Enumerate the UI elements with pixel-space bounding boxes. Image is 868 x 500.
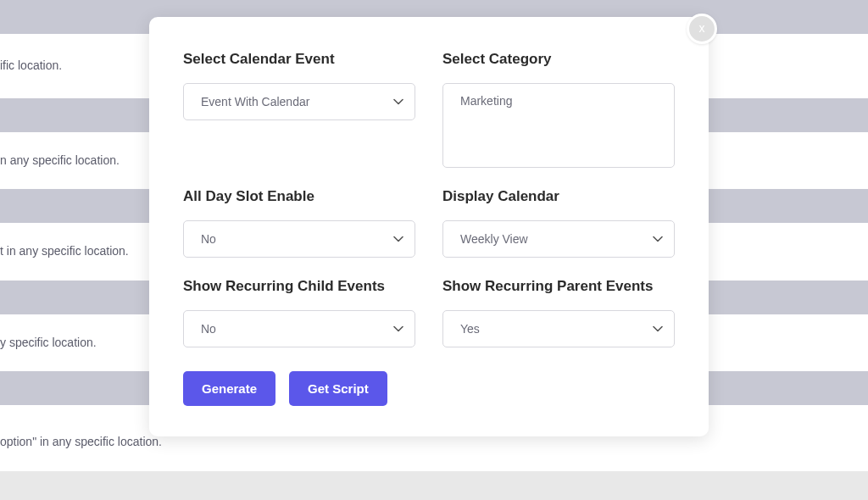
label-calendar-event: Select Calendar Event: [183, 51, 415, 68]
select-value: Yes: [460, 322, 480, 336]
multiselect-value: Marketing: [460, 94, 512, 108]
modal-button-row: Generate Get Script: [183, 371, 675, 406]
select-value: No: [201, 322, 216, 336]
label-recurring-child: Show Recurring Child Events: [183, 278, 415, 295]
label-category: Select Category: [442, 51, 675, 68]
select-all-day-slot[interactable]: No: [183, 220, 415, 258]
label-display-calendar: Display Calendar: [442, 188, 675, 205]
field-calendar-event: Select Calendar Event Event With Calenda…: [183, 51, 415, 129]
field-recurring-child: Show Recurring Child Events No: [183, 278, 415, 347]
label-all-day-slot: All Day Slot Enable: [183, 188, 415, 205]
select-recurring-child[interactable]: No: [183, 310, 415, 347]
modal-overlay: x Select Calendar Event Event With Calen…: [0, 0, 868, 500]
select-value: No: [201, 232, 216, 246]
field-display-calendar: Display Calendar Weekly View: [442, 188, 675, 258]
field-recurring-parent: Show Recurring Parent Events Yes: [442, 278, 675, 347]
generate-button[interactable]: Generate: [183, 371, 275, 406]
select-recurring-parent[interactable]: Yes: [442, 310, 675, 347]
multiselect-category[interactable]: Marketing: [442, 83, 675, 168]
close-button[interactable]: x: [687, 14, 717, 44]
close-icon: x: [699, 22, 705, 34]
field-all-day-slot: All Day Slot Enable No: [183, 188, 415, 258]
select-display-calendar[interactable]: Weekly View: [442, 220, 675, 258]
get-script-button[interactable]: Get Script: [289, 371, 387, 406]
select-calendar-event[interactable]: Event With Calendar: [183, 83, 415, 120]
field-category: Select Category Marketing: [442, 51, 675, 168]
select-value: Event With Calendar: [201, 95, 309, 108]
select-value: Weekly View: [460, 232, 528, 246]
label-recurring-parent: Show Recurring Parent Events: [442, 278, 675, 295]
shortcode-modal: x Select Calendar Event Event With Calen…: [149, 17, 709, 436]
